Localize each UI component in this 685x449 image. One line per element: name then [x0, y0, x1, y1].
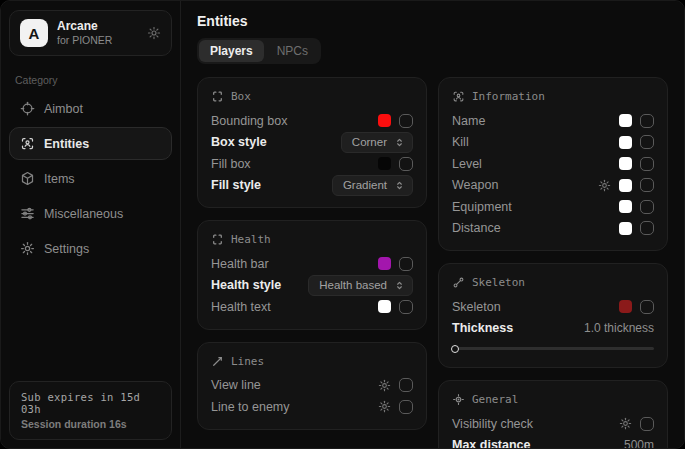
color-swatch[interactable]	[619, 222, 632, 235]
row-max-distance: Max distance 500m	[452, 435, 654, 449]
card-title: Lines	[231, 355, 264, 368]
page-title: Entities	[197, 13, 668, 29]
setting-label: Health bar	[211, 257, 269, 271]
cube-icon	[20, 171, 35, 186]
crosshair-icon	[20, 101, 35, 116]
card-general-header: General	[452, 393, 654, 406]
slider-value: 1.0 thickness	[584, 321, 654, 335]
setting-label: Name	[452, 114, 485, 128]
dropdown-value: Health based	[319, 279, 387, 291]
checkbox[interactable]	[399, 157, 413, 171]
card-box-header: Box	[211, 90, 413, 103]
checkbox[interactable]	[640, 178, 654, 192]
row-name: Name	[452, 110, 654, 132]
card-title: Box	[231, 90, 251, 103]
setting-label: View line	[211, 378, 261, 392]
color-swatch[interactable]	[378, 300, 391, 313]
box-style-dropdown[interactable]: Corner	[341, 132, 413, 153]
card-information: Information Name Kill	[438, 77, 668, 251]
checkbox[interactable]	[640, 135, 654, 149]
card-health: Health Health bar Health style Health ba…	[197, 220, 427, 330]
checkbox[interactable]	[640, 200, 654, 214]
thickness-slider[interactable]	[452, 347, 654, 350]
setting-label: Distance	[452, 221, 501, 235]
sidebar-item-settings[interactable]: Settings	[9, 232, 172, 265]
brand-gear-icon[interactable]	[147, 26, 161, 40]
brand-card: A Arcane for PIONER	[9, 10, 172, 56]
checkbox[interactable]	[640, 221, 654, 235]
brand-text: Arcane for PIONER	[57, 19, 112, 47]
sub-expires-text: Sub expires in 15d 03h	[21, 391, 160, 415]
subscription-card: Sub expires in 15d 03h Session duration …	[9, 381, 172, 440]
setting-label: Kill	[452, 135, 469, 149]
setting-label: Line to enemy	[211, 400, 290, 414]
dropdown-value: Corner	[352, 136, 387, 148]
sidebar-item-label: Aimbot	[44, 102, 83, 116]
row-equipment: Equipment	[452, 196, 654, 218]
fill-style-dropdown[interactable]: Gradient	[332, 175, 413, 196]
color-swatch[interactable]	[378, 114, 391, 127]
row-health-style: Health style Health based	[211, 275, 413, 297]
gear-icon[interactable]	[598, 179, 611, 192]
checkbox[interactable]	[399, 378, 413, 392]
card-title: Information	[472, 90, 545, 103]
right-column: Information Name Kill	[438, 77, 668, 449]
card-lines: Lines View line Line to enemy	[197, 342, 427, 430]
row-box-style: Box style Corner	[211, 132, 413, 154]
color-swatch[interactable]	[619, 179, 632, 192]
sidebar-item-miscellaneous[interactable]: Miscellaneous	[9, 197, 172, 230]
checkbox[interactable]	[399, 400, 413, 414]
gear-icon[interactable]	[378, 379, 391, 392]
checkbox[interactable]	[640, 417, 654, 431]
session-duration-text: Session duration 16s	[21, 418, 160, 430]
person-scan-icon	[452, 90, 465, 103]
app-subtitle: for PIONER	[57, 34, 112, 47]
color-swatch[interactable]	[619, 136, 632, 149]
row-visibility-check: Visibility check	[452, 413, 654, 435]
color-swatch[interactable]	[619, 300, 632, 313]
setting-label: Box style	[211, 135, 267, 149]
health-style-dropdown[interactable]: Health based	[308, 275, 413, 296]
left-column: Box Bounding box Box style Corner	[197, 77, 427, 449]
sidebar-item-items[interactable]: Items	[9, 162, 172, 195]
gear-icon[interactable]	[619, 417, 632, 430]
slider-thumb[interactable]	[451, 345, 459, 353]
checkbox[interactable]	[640, 114, 654, 128]
category-label: Category	[15, 74, 166, 86]
checkbox[interactable]	[640, 157, 654, 171]
slider-value: 500m	[624, 438, 654, 449]
row-distance: Distance	[452, 218, 654, 240]
chevron-up-down-icon	[394, 280, 405, 291]
sidebar-nav: Aimbot Entities Items Miscellaneous	[1, 92, 180, 265]
checkbox[interactable]	[399, 300, 413, 314]
card-general: General Visibility check Max distance 50…	[438, 380, 668, 449]
card-box: Box Bounding box Box style Corner	[197, 77, 427, 208]
sidebar-item-label: Entities	[44, 137, 89, 151]
setting-label: Health text	[211, 300, 271, 314]
row-health-text: Health text	[211, 296, 413, 318]
row-view-line: View line	[211, 375, 413, 397]
sidebar: A Arcane for PIONER Category Aimbot Enti…	[1, 1, 181, 448]
card-lines-header: Lines	[211, 355, 413, 368]
row-weapon: Weapon	[452, 175, 654, 197]
tab-npcs[interactable]: NPCs	[266, 40, 319, 62]
color-swatch[interactable]	[619, 157, 632, 170]
sidebar-item-aimbot[interactable]: Aimbot	[9, 92, 172, 125]
color-swatch[interactable]	[378, 257, 391, 270]
app-name: Arcane	[57, 19, 112, 34]
tab-players[interactable]: Players	[199, 40, 264, 62]
row-level: Level	[452, 153, 654, 175]
checkbox[interactable]	[640, 300, 654, 314]
setting-label: Visibility check	[452, 417, 533, 431]
row-health-bar: Health bar	[211, 253, 413, 275]
color-swatch[interactable]	[619, 114, 632, 127]
sidebar-item-entities[interactable]: Entities	[9, 127, 172, 160]
setting-label: Level	[452, 157, 482, 171]
color-swatch[interactable]	[619, 200, 632, 213]
gear-icon[interactable]	[378, 400, 391, 413]
setting-label: Skeleton	[452, 300, 501, 314]
color-swatch[interactable]	[378, 157, 391, 170]
checkbox[interactable]	[399, 114, 413, 128]
checkbox[interactable]	[399, 257, 413, 271]
row-kill: Kill	[452, 132, 654, 154]
